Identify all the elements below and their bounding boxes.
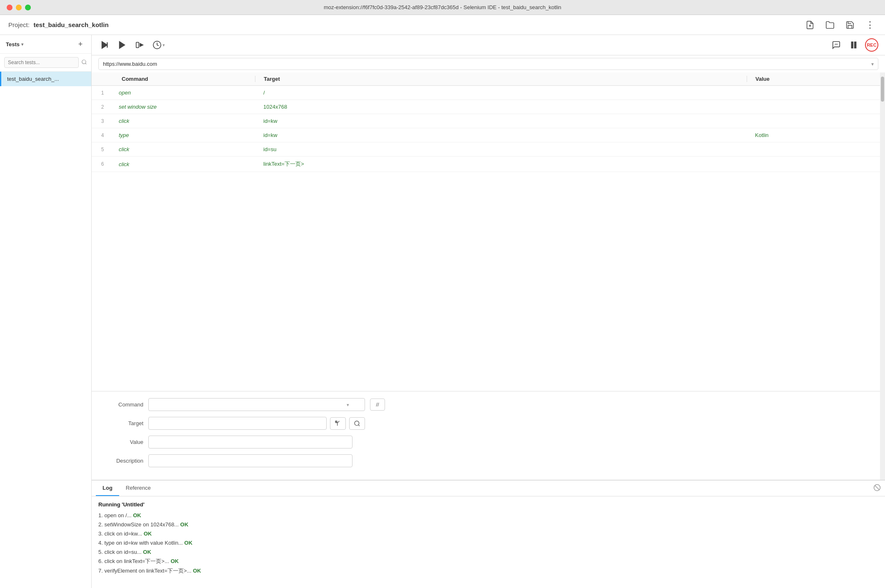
row-num: 4 [92,132,113,138]
tests-dropdown[interactable]: Tests ▾ [6,41,23,47]
svg-line-17 [875,485,880,490]
table-row[interactable]: 4 type id=kw Kotlin [92,128,880,142]
rec-button[interactable]: REC [865,38,878,52]
target-select-btn[interactable] [330,417,346,430]
titlebar: moz-extension://f6f7fc0d-339a-2542-af89-… [0,0,885,15]
col-target-header: Target [255,76,747,82]
value-input-wrap [148,436,365,448]
svg-marker-4 [102,42,108,49]
row-num: 6 [92,161,113,167]
log-entry: 3. click on id=kw... OK [98,529,878,538]
comment-btn[interactable]: // [370,399,385,411]
log-content: Running 'Untitled' 1. open on /... OK2. … [92,496,885,588]
sidebar: Tests ▾ + test_baidu_search_... [0,35,92,588]
clear-log-btn[interactable] [873,484,881,493]
search-area [0,54,91,72]
log-ok: OK [193,568,201,574]
row-target: id=kw [255,118,747,124]
step-btn[interactable] [133,39,146,51]
maximize-btn[interactable] [25,5,31,10]
target-input[interactable] [148,417,327,430]
editor-target-row: Target [102,417,870,430]
row-command: set window size [113,104,255,110]
svg-marker-6 [120,42,125,49]
minimize-btn[interactable] [16,5,22,10]
close-btn[interactable] [7,5,12,10]
log-ok: OK [180,521,189,528]
chevron-down-icon: ▾ [21,42,23,47]
new-project-btn[interactable] [803,18,817,32]
svg-point-14 [355,421,359,426]
pause-btn[interactable] [848,39,860,51]
sidebar-item-test[interactable]: test_baidu_search_... [0,72,91,86]
row-num: 3 [92,118,113,124]
content-area: ▾ REC [92,35,885,588]
tab-group: Log Reference [96,481,158,496]
row-target: 1024x768 [255,104,747,110]
main-layout: Tests ▾ + test_baidu_search_... [0,35,885,588]
editor-value-row: Value [102,436,870,448]
url-input[interactable] [103,61,868,67]
bottom-panel: Log Reference Running 'Untitled' 1. open… [92,480,885,588]
log-entries: 1. open on /... OK2. setWindowSize on 10… [98,511,878,576]
value-input[interactable] [148,436,352,448]
run-btn[interactable] [116,39,128,51]
table-row[interactable]: 6 click linkText=下一页> [92,157,880,172]
row-command: open [113,90,255,96]
disable-breakpoints-btn[interactable] [830,39,842,51]
more-options-btn[interactable]: ⋮ [863,18,877,32]
log-entry: 5. click on id=su... OK [98,548,878,557]
command-select[interactable] [148,398,365,411]
log-entry: 4. type on id=kw with value Kotlin... OK [98,538,878,548]
project-title: test_baidu_search_kotlin [33,21,108,28]
sidebar-item-label: test_baidu_search_... [7,76,59,82]
toolbar: ▾ REC [92,35,885,55]
description-input-wrap [148,454,365,467]
speed-btn[interactable]: ▾ [151,39,167,51]
command-editor: Command ▾ // Target [92,391,880,480]
svg-point-2 [82,60,86,63]
svg-line-15 [358,425,360,426]
scrollbar[interactable] [880,72,885,480]
table-row[interactable]: 3 click id=kw [92,114,880,128]
window-title: moz-extension://f6f7fc0d-339a-2542-af89-… [324,4,561,10]
run-all-btn[interactable] [98,39,111,51]
log-entry: 7. verifyElement on linkText=下一页>... OK [98,566,878,576]
row-num: 5 [92,147,113,152]
row-num: 2 [92,104,113,110]
traffic-lights [7,5,31,10]
url-dropdown-icon[interactable]: ▾ [871,61,874,67]
col-command-header: Command [113,76,255,82]
target-search-btn[interactable] [349,417,365,430]
row-command: click [113,118,255,124]
command-editor-label: Command [102,401,143,408]
table-row[interactable]: 5 click id=su [92,142,880,157]
col-value-header: Value [747,76,880,82]
tab-log[interactable]: Log [96,481,119,496]
row-target: / [255,90,747,96]
tests-label: Tests [6,41,20,47]
search-input[interactable] [4,57,79,68]
editor-description-row: Description [102,454,870,467]
save-project-btn[interactable] [843,18,857,32]
svg-line-3 [85,63,87,64]
tab-reference[interactable]: Reference [119,481,158,496]
table-header: Command Target Value [92,72,880,86]
url-bar: ▾ [98,58,878,70]
svg-rect-12 [855,42,856,48]
table-row[interactable]: 1 open / [92,86,880,100]
open-project-btn[interactable] [823,18,837,32]
table-row[interactable]: 2 set window size 1024x768 [92,100,880,114]
log-ok: OK [184,540,192,546]
row-command: click [113,146,255,152]
log-ok: OK [170,558,179,564]
add-test-button[interactable]: + [75,39,85,49]
row-num: 1 [92,90,113,96]
svg-marker-8 [140,43,143,46]
row-value: Kotlin [747,132,880,138]
toolbar-left: ▾ [98,39,167,51]
log-running-label: Running 'Untitled' [98,501,878,508]
row-command: type [113,132,255,138]
project-name: Project: test_baidu_search_kotlin [8,21,109,28]
description-input[interactable] [148,454,352,467]
